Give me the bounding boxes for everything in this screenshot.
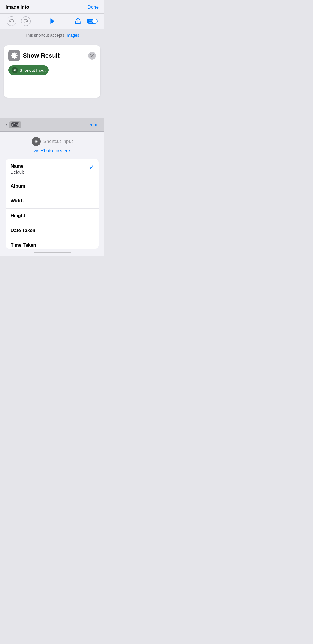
connector — [0, 40, 104, 45]
option-date-taken[interactable]: Date Taken — [6, 223, 99, 238]
play-icon — [49, 18, 56, 25]
option-width-label: Width — [11, 198, 24, 204]
panel-media-link[interactable]: as Photo media › — [34, 148, 70, 153]
keyboard-hide-button[interactable]: ‹ — [6, 121, 21, 128]
svg-rect-9 — [12, 123, 13, 124]
gear-icon — [11, 52, 18, 59]
panel-input-row: Shortcut Input — [32, 137, 73, 146]
close-icon — [90, 54, 94, 58]
svg-rect-17 — [16, 124, 17, 125]
card-title: Show Result — [23, 52, 60, 59]
share-icon — [74, 18, 82, 25]
card-title-row: Show Result — [8, 50, 60, 61]
accepts-highlight[interactable]: Images — [66, 33, 79, 38]
keyboard-toolbar: ‹ Done — [0, 118, 104, 132]
option-width[interactable]: Width — [6, 194, 99, 209]
home-indicator — [34, 252, 71, 253]
option-height-content: Height — [11, 213, 25, 219]
play-button[interactable] — [49, 18, 56, 25]
panel-input-label: Shortcut Input — [43, 139, 73, 144]
redo-icon — [23, 19, 28, 24]
keyboard-glyph-icon — [11, 122, 19, 127]
show-result-card: Show Result Shortcut Input — [4, 45, 100, 98]
undo-icon — [9, 19, 14, 24]
option-name-checkmark: ✓ — [89, 164, 94, 171]
option-time-taken[interactable]: Time Taken — [6, 238, 99, 249]
card-header: Show Result — [8, 50, 96, 61]
option-album[interactable]: Album — [6, 179, 99, 194]
option-height[interactable]: Height — [6, 209, 99, 223]
panel-chevron-icon: › — [68, 148, 70, 153]
keyboard-icon — [9, 121, 21, 128]
svg-rect-12 — [16, 123, 17, 124]
option-name[interactable]: Name Default ✓ — [6, 159, 99, 179]
svg-rect-13 — [17, 123, 18, 124]
share-button[interactable] — [74, 18, 82, 25]
redo-button[interactable] — [21, 16, 31, 26]
panel-input-icon — [32, 137, 41, 146]
shortcut-token-inner-icon — [13, 68, 17, 72]
connector-line — [52, 40, 52, 45]
svg-rect-16 — [15, 124, 16, 125]
option-album-label: Album — [11, 184, 25, 189]
svg-point-2 — [92, 19, 97, 23]
svg-rect-11 — [15, 123, 16, 124]
svg-rect-14 — [13, 124, 14, 125]
svg-rect-10 — [13, 123, 14, 124]
panel-shortcut-icon — [34, 139, 39, 144]
toolbar — [0, 14, 104, 29]
option-name-sub: Default — [11, 170, 24, 174]
svg-rect-15 — [14, 124, 15, 125]
options-list: Name Default ✓ Album Width Height Date T… — [6, 159, 99, 249]
toolbar-left — [7, 16, 31, 26]
card-area: Show Result Shortcut Input — [0, 45, 104, 101]
svg-point-20 — [35, 141, 37, 142]
panel-media-text: as Photo media — [34, 148, 67, 153]
card-close-button[interactable] — [88, 52, 96, 60]
empty-space — [0, 101, 104, 118]
option-date-taken-label: Date Taken — [11, 228, 35, 233]
header: Image Info Done — [0, 0, 104, 14]
shortcut-token-label: Shortcut Input — [19, 68, 45, 73]
keyboard-done-button[interactable]: Done — [87, 122, 99, 128]
option-time-taken-label: Time Taken — [11, 242, 36, 248]
option-album-content: Album — [11, 184, 25, 189]
toggle-icon — [87, 18, 98, 25]
chevron-left-icon: ‹ — [6, 123, 7, 127]
option-width-content: Width — [11, 198, 24, 204]
svg-point-7 — [14, 70, 16, 71]
option-height-label: Height — [11, 213, 25, 219]
toggle-button[interactable] — [87, 18, 98, 25]
gear-icon-box — [8, 50, 20, 61]
card-body: Shortcut Input — [8, 65, 96, 93]
accepts-banner: This shortcut accepts Images — [0, 29, 104, 40]
panel: Shortcut Input as Photo media › Name Def… — [0, 132, 104, 249]
svg-marker-0 — [50, 18, 55, 24]
option-name-label: Name — [11, 164, 24, 169]
accepts-prefix: This shortcut accepts — [25, 33, 66, 38]
shortcut-input-token[interactable]: Shortcut Input — [8, 65, 49, 75]
option-name-content: Name Default — [11, 164, 24, 174]
toolbar-right — [74, 18, 98, 25]
header-title: Image Info — [6, 4, 29, 10]
shortcut-token-icon — [12, 67, 18, 73]
option-time-taken-content: Time Taken — [11, 242, 36, 248]
panel-header: Shortcut Input as Photo media › — [6, 137, 99, 153]
header-done-button[interactable]: Done — [87, 4, 99, 10]
option-date-taken-content: Date Taken — [11, 228, 35, 233]
svg-rect-18 — [13, 125, 17, 126]
bottom-bar — [0, 249, 104, 256]
undo-button[interactable] — [7, 16, 16, 26]
